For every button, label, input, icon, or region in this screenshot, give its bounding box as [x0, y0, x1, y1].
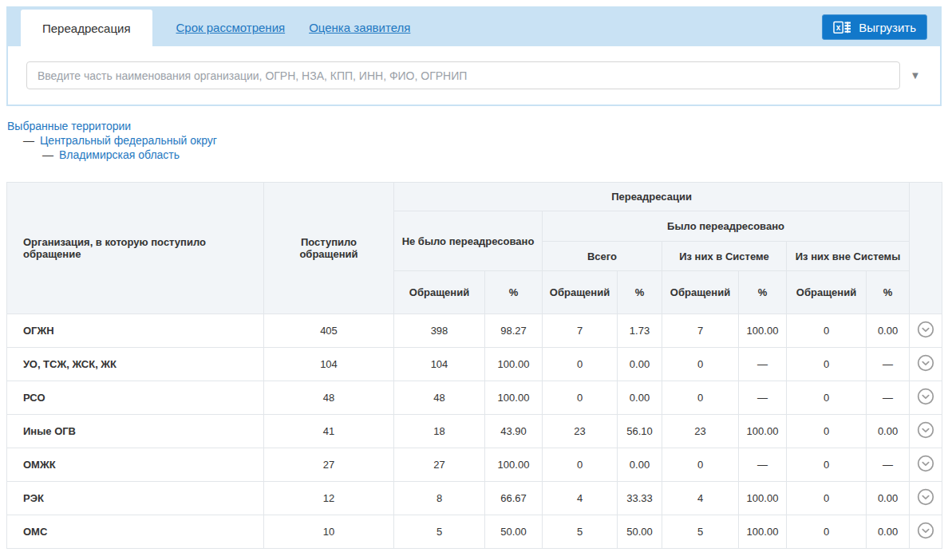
value-cell: 100.00	[485, 448, 543, 482]
value-cell: 0.00	[618, 381, 662, 415]
received-cell: 12	[264, 482, 394, 515]
header-group-redirects: Переадресации	[394, 183, 910, 211]
received-cell: 10	[264, 515, 394, 549]
value-cell: 0	[662, 448, 739, 482]
chevron-down-circle-icon	[917, 488, 934, 506]
value-cell: 100.00	[485, 381, 543, 415]
territory-item: —Центральный федеральный округ	[7, 133, 948, 148]
table-row: Иные ОГВ 41 18 43.90 23 56.10 23 100.00 …	[7, 415, 942, 448]
header-appeals: Обращений	[394, 271, 485, 314]
actions-cell	[910, 314, 942, 348]
actions-cell	[910, 381, 942, 415]
value-cell: 56.10	[618, 415, 662, 448]
value-cell: 50.00	[618, 515, 662, 549]
tab-bar: Переадресация Срок рассмотрения Оценка з…	[8, 8, 940, 46]
value-cell: 100.00	[739, 482, 787, 515]
value-cell: 0.00	[867, 415, 910, 448]
chevron-down-circle-icon	[917, 421, 934, 439]
value-cell: 18	[394, 415, 485, 448]
territory-item: —Владимирская область	[7, 148, 948, 162]
tab-pereadresaciya[interactable]: Переадресация	[21, 10, 152, 46]
org-cell: ОГЖН	[7, 314, 264, 348]
value-cell: 0	[543, 448, 618, 482]
expand-row-button[interactable]	[917, 488, 934, 506]
value-cell: 104	[394, 348, 485, 381]
received-cell: 41	[264, 415, 394, 448]
filter-panel: Переадресация Срок рассмотрения Оценка з…	[6, 6, 942, 106]
tab-ocenka-zayavitelya[interactable]: Оценка заявителя	[309, 21, 410, 34]
value-cell: 0	[787, 381, 867, 415]
expand-row-button[interactable]	[917, 354, 934, 372]
value-cell: 8	[394, 482, 485, 515]
expand-row-button[interactable]	[917, 455, 934, 472]
value-cell: 100.00	[485, 348, 543, 381]
value-cell: 23	[662, 415, 739, 448]
header-appeals: Обращений	[662, 271, 739, 314]
value-cell: 0.00	[867, 515, 910, 549]
redirect-stats-table: Организация, в которую поступило обращен…	[6, 182, 942, 549]
value-cell: 0.00	[618, 448, 662, 482]
value-cell: 0	[787, 515, 867, 549]
value-cell: —	[867, 381, 910, 415]
territory-link-federal-district[interactable]: Центральный федеральный округ	[40, 134, 217, 147]
value-cell: 0	[662, 381, 739, 415]
value-cell: 0	[787, 348, 867, 381]
value-cell: 4	[543, 482, 618, 515]
expand-row-button[interactable]	[917, 421, 934, 439]
table-body: ОГЖН 405 398 98.27 7 1.73 7 100.00 0 0.0…	[7, 314, 942, 549]
expand-row-button[interactable]	[917, 321, 934, 338]
chevron-down-circle-icon	[917, 388, 934, 405]
org-cell: ОМС	[7, 515, 264, 549]
chevron-down-circle-icon	[917, 354, 934, 372]
table-row: ОМС 10 5 50.00 5 50.00 5 100.00 0 0.00	[7, 515, 942, 549]
value-cell: 0	[543, 381, 618, 415]
expand-row-button[interactable]	[917, 388, 934, 405]
org-cell: УО, ТСЖ, ЖСК, ЖК	[7, 348, 264, 381]
dropdown-caret-icon[interactable]: ▼	[900, 69, 930, 81]
actions-cell	[910, 448, 942, 482]
value-cell: 0	[787, 314, 867, 348]
tab-srok-rassmotreniya[interactable]: Срок рассмотрения	[176, 21, 286, 34]
actions-cell	[910, 482, 942, 515]
actions-cell	[910, 348, 942, 381]
value-cell: 5	[543, 515, 618, 549]
search-input[interactable]	[26, 61, 900, 89]
header-percent: %	[618, 271, 662, 314]
chevron-down-circle-icon	[917, 522, 934, 539]
territory-link-region[interactable]: Владимирская область	[59, 148, 180, 161]
received-cell: 27	[264, 448, 394, 482]
chevron-down-circle-icon	[917, 455, 934, 472]
value-cell: 398	[394, 314, 485, 348]
value-cell: 4	[662, 482, 739, 515]
chevron-down-circle-icon	[917, 321, 934, 338]
header-received: Поступило обращений	[264, 183, 394, 314]
value-cell: 0.00	[867, 314, 910, 348]
value-cell: 0.00	[618, 348, 662, 381]
value-cell: 100.00	[739, 314, 787, 348]
selected-territories: Выбранные территории —Центральный федера…	[7, 119, 948, 162]
value-cell: 5	[662, 515, 739, 549]
value-cell: 7	[662, 314, 739, 348]
header-org: Организация, в которую поступило обращен…	[7, 183, 264, 314]
value-cell: 33.33	[618, 482, 662, 515]
dash: —	[23, 134, 34, 147]
value-cell: —	[867, 448, 910, 482]
received-cell: 48	[264, 381, 394, 415]
header-percent: %	[739, 271, 787, 314]
value-cell: 0	[787, 482, 867, 515]
value-cell: 0.00	[867, 482, 910, 515]
value-cell: 98.27	[485, 314, 543, 348]
expand-row-button[interactable]	[917, 522, 934, 539]
value-cell: 50.00	[485, 515, 543, 549]
value-cell: 48	[394, 381, 485, 415]
org-cell: Иные ОГВ	[7, 415, 264, 448]
export-button[interactable]: x Выгрузить	[822, 14, 927, 40]
org-cell: РЭК	[7, 482, 264, 515]
header-not-redirected: Не было переадресовано	[394, 211, 543, 271]
search-row: ▼	[8, 46, 940, 105]
header-total: Всего	[543, 242, 662, 271]
table-row: ОМЖК 27 27 100.00 0 0.00 0 — 0 —	[7, 448, 942, 482]
value-cell: 0	[662, 348, 739, 381]
org-cell: РСО	[7, 381, 264, 415]
territories-title: Выбранные территории	[7, 119, 948, 133]
